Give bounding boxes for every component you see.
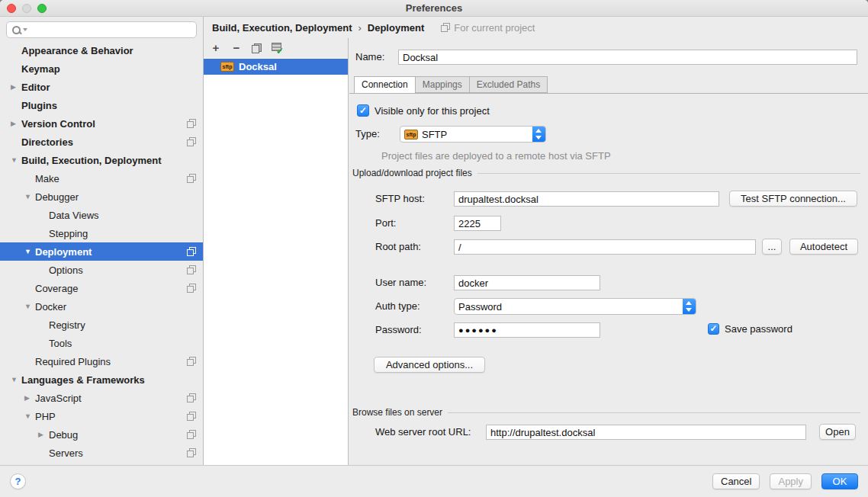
tab-connection[interactable]: Connection — [354, 76, 416, 94]
user-name-field[interactable] — [454, 275, 600, 290]
sidebar-item-languages-frameworks[interactable]: ▼Languages & Frameworks — [0, 370, 203, 389]
sidebar-item-plugins[interactable]: Plugins — [0, 96, 203, 114]
chevron-down-icon[interactable]: ▼ — [23, 248, 35, 255]
chevron-down-icon[interactable]: ▼ — [23, 193, 35, 200]
breadcrumb-parent[interactable]: Build, Execution, Deployment — [212, 22, 352, 34]
sidebar-item-version-control[interactable]: ▶Version Control — [0, 114, 203, 133]
sftp-host-label: SFTP host: — [375, 191, 425, 207]
sidebar-item-registry[interactable]: Registry — [0, 316, 203, 334]
tab-divider — [349, 93, 868, 94]
cancel-button[interactable]: Cancel — [712, 473, 760, 489]
chevron-down-icon[interactable]: ▼ — [9, 376, 21, 383]
sidebar-item-directories[interactable]: Directories — [0, 133, 203, 151]
sidebar-item-make[interactable]: Make — [0, 169, 203, 188]
server-list-item-docksal[interactable]: sftp Docksal — [204, 59, 348, 75]
test-sftp-connection-button[interactable]: Test SFTP connection... — [729, 191, 857, 207]
root-path-field[interactable] — [454, 239, 756, 255]
chevron-right-icon[interactable]: ▶ — [37, 431, 49, 438]
project-scope-icon — [187, 412, 196, 421]
browse-root-path-button[interactable]: ... — [762, 239, 782, 255]
sidebar-item-debug[interactable]: ▶Debug — [0, 425, 203, 444]
settings-search-box[interactable] — [6, 21, 197, 38]
chevron-down-icon[interactable]: ▼ — [9, 156, 21, 164]
project-scope-icon — [187, 247, 196, 256]
port-field[interactable] — [454, 216, 501, 231]
search-options-caret-icon[interactable] — [23, 28, 27, 31]
visible-only-checkbox-row: ✓ Visible only for this project — [357, 104, 490, 117]
server-name: Docksal — [239, 61, 277, 72]
help-button[interactable]: ? — [10, 473, 26, 489]
auth-type-dropdown[interactable]: Password — [454, 298, 696, 315]
project-scope-icon — [441, 23, 450, 32]
sidebar-item-appearance-behavior[interactable]: Appearance & Behavior — [0, 41, 203, 59]
project-scope-icon — [187, 393, 196, 402]
browse-section-title: Browse files on server — [352, 407, 442, 418]
sidebar-item-build-execution-deployment[interactable]: ▼Build, Execution, Deployment — [0, 151, 203, 169]
sidebar-item-required-plugins[interactable]: Required Plugins — [0, 352, 203, 370]
sidebar-item-tools[interactable]: Tools — [0, 334, 203, 352]
save-password-row: ✓ Save password — [708, 323, 792, 335]
add-server-button[interactable]: + — [211, 42, 221, 54]
sidebar-item-javascript[interactable]: ▶JavaScript — [0, 389, 203, 407]
zoom-button[interactable] — [37, 4, 47, 13]
sidebar-item-coverage[interactable]: Coverage — [0, 279, 203, 297]
auth-type-value: Password — [458, 301, 502, 313]
type-dropdown[interactable]: sftp SFTP — [400, 126, 546, 143]
dropdown-stepper-icon[interactable] — [683, 299, 696, 314]
open-url-button[interactable]: Open — [819, 424, 856, 440]
password-label: Password: — [375, 322, 422, 338]
sidebar-item-options[interactable]: Options — [0, 261, 203, 279]
sidebar-item-php[interactable]: ▼PHP — [0, 407, 203, 425]
sidebar-item-deployment[interactable]: ▼Deployment — [0, 242, 203, 261]
close-button[interactable] — [7, 4, 16, 13]
sidebar-item-debugger[interactable]: ▼Debugger — [0, 188, 203, 206]
apply-button[interactable]: Apply — [770, 473, 812, 489]
sidebar-item-editor[interactable]: ▶Editor — [0, 78, 203, 96]
tab-excluded-paths[interactable]: Excluded Paths — [470, 76, 548, 93]
project-scope-icon — [187, 265, 196, 274]
minimize-button[interactable] — [22, 4, 31, 13]
chevron-right-icon[interactable]: ▶ — [9, 83, 21, 91]
chevron-down-icon[interactable]: ▼ — [23, 412, 35, 420]
name-label: Name: — [355, 49, 384, 66]
sidebar-item-keymap[interactable]: Keymap — [0, 59, 203, 78]
sidebar-item-docker[interactable]: ▼Docker — [0, 297, 203, 316]
dialog-footer: ? Cancel Apply OK — [0, 465, 868, 497]
upload-section-header: Upload/download project files — [352, 168, 860, 178]
sidebar-item-servers[interactable]: Servers — [0, 444, 203, 462]
browse-section-header: Browse files on server — [352, 407, 860, 418]
sidebar-item-stepping[interactable]: Stepping — [0, 224, 203, 242]
scope-label: For current project — [454, 22, 535, 34]
type-label: Type: — [355, 126, 380, 143]
name-field[interactable] — [398, 50, 857, 65]
advanced-options-button[interactable]: Advanced options... — [374, 357, 485, 373]
save-password-checkbox[interactable]: ✓ — [708, 323, 719, 335]
project-scope-icon — [187, 284, 196, 293]
title-bar: Preferences — [0, 0, 868, 17]
use-as-default-button[interactable]: ✓ — [272, 43, 282, 53]
chevron-right-icon[interactable]: ▶ — [23, 394, 35, 402]
autodetect-button[interactable]: Autodetect — [789, 239, 858, 255]
ok-button[interactable]: OK — [821, 473, 858, 489]
password-field[interactable] — [454, 322, 600, 338]
section-rule — [448, 412, 860, 413]
visible-only-checkbox[interactable]: ✓ — [357, 104, 369, 117]
copy-server-button[interactable] — [252, 43, 262, 53]
dropdown-stepper-icon[interactable] — [532, 127, 545, 142]
deployment-form: Name: Connection Mappings Excluded Paths… — [349, 38, 868, 465]
type-help-text: Project files are deployed to a remote h… — [381, 150, 611, 162]
save-password-label: Save password — [725, 323, 792, 335]
chevron-down-icon[interactable]: ▼ — [23, 303, 35, 310]
server-list-toolbar: + − ✓ — [204, 38, 348, 58]
sftp-icon: sftp — [404, 130, 418, 139]
settings-search-input[interactable] — [30, 23, 193, 37]
tab-mappings[interactable]: Mappings — [416, 76, 470, 93]
project-scope-icon — [187, 119, 196, 128]
scope-indicator: For current project — [441, 22, 535, 34]
sidebar-item-data-views[interactable]: Data Views — [0, 206, 203, 224]
sftp-host-field[interactable] — [454, 191, 719, 207]
remove-server-button[interactable]: − — [231, 42, 242, 54]
port-label: Port: — [375, 215, 396, 232]
chevron-right-icon[interactable]: ▶ — [9, 120, 21, 127]
web-root-field[interactable] — [486, 425, 806, 440]
